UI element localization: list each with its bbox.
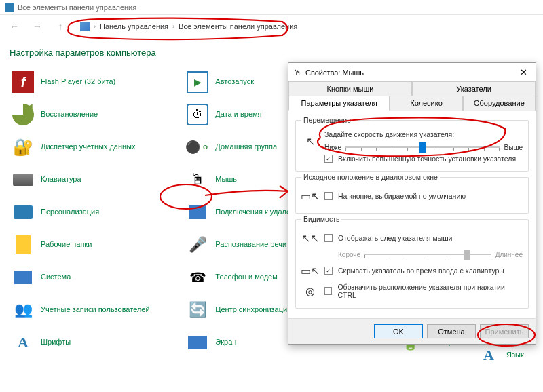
sync-icon: 🔄 xyxy=(187,299,208,321)
window-titlebar: Все элементы панели управления xyxy=(0,0,543,15)
hide-typing-checkbox[interactable]: ✓ xyxy=(324,267,333,275)
chevron-right-icon: › xyxy=(94,23,96,30)
tab-row-top: Кнопки мыши Указатели xyxy=(288,81,536,96)
page-heading: Настройка параметров компьютера xyxy=(0,38,543,66)
flash-icon xyxy=(12,71,34,93)
tab-pointer-options[interactable]: Параметры указателя xyxy=(288,96,390,111)
item-keyboard[interactable]: Клавиатура xyxy=(10,163,184,196)
item-credentials[interactable]: 🔐Диспетчер учетных данных xyxy=(10,131,184,163)
trail-length-slider: Короче Длиннее xyxy=(338,250,523,259)
dialog-buttons: OK Отмена Применить xyxy=(288,318,536,344)
breadcrumb[interactable]: › Панель управления › Все элементы панел… xyxy=(76,20,536,33)
snapto-label: На кнопке, выбираемой по умолчанию xyxy=(338,192,466,200)
apply-button[interactable]: Применить xyxy=(480,324,529,338)
group-title: Видимость xyxy=(301,215,341,223)
mouse-icon: 🖱 xyxy=(187,169,208,191)
control-panel-icon xyxy=(80,22,90,31)
item-label: Дата и время xyxy=(215,110,261,119)
item-label: Учетные записи пользователей xyxy=(41,305,150,315)
autorun-icon xyxy=(187,71,208,93)
remote-icon xyxy=(187,201,208,223)
item-label: Центр синхронизаци xyxy=(215,305,287,315)
crumb-all-items[interactable]: Все элементы панели управления xyxy=(179,22,297,31)
safe-icon: 🔐 xyxy=(12,136,34,158)
hide-typing-label: Скрывать указатель во время ввода с клав… xyxy=(338,267,504,275)
slider-high-label: Выше xyxy=(504,144,523,151)
item-label: Система xyxy=(41,273,71,282)
phone-icon: ☎ xyxy=(187,267,208,288)
item-workfolders[interactable]: Рабочие папки xyxy=(10,229,184,261)
group-title: Исходное положение в диалоговом окне xyxy=(301,173,440,181)
back-button[interactable]: ← xyxy=(7,19,22,34)
dialog-title: Свойства: Мышь xyxy=(305,68,364,77)
group-snapto: Исходное положение в диалоговом окне ▭↖ … xyxy=(295,177,529,214)
slider-low-label: Ниже xyxy=(324,144,341,151)
folder-icon xyxy=(12,234,34,256)
trail-icon: ↖↖ xyxy=(301,229,319,247)
item-flash-player[interactable]: Flash Player (32 бита) xyxy=(10,66,184,98)
tab-buttons[interactable]: Кнопки мыши xyxy=(288,81,412,96)
item-label: Распознавание речи xyxy=(215,240,286,250)
speed-label: Задайте скорость движения указателя: xyxy=(324,130,523,138)
tab-row-bottom: Параметры указателя Колесико Оборудовани… xyxy=(288,96,536,111)
clock-icon xyxy=(187,104,208,125)
homegroup-icon: ⚫⚬ xyxy=(187,136,208,158)
system-icon xyxy=(12,267,34,288)
ctrl-locate-checkbox[interactable] xyxy=(324,287,333,295)
users-icon: 👥 xyxy=(12,299,34,321)
ctrl-locate-icon: ◎ xyxy=(301,282,319,300)
item-restore[interactable]: Восстановление xyxy=(10,98,184,131)
item-label: Flash Player (32 бита) xyxy=(41,77,115,87)
enhance-precision-checkbox[interactable]: ✓ xyxy=(324,155,333,163)
item-personalization[interactable]: Персонализация xyxy=(10,196,184,229)
item-label: Телефон и модем xyxy=(215,273,277,282)
fonts-icon: A xyxy=(12,332,34,353)
forward-button[interactable]: → xyxy=(30,19,45,34)
slider-short-label: Короче xyxy=(338,251,360,258)
item-fonts[interactable]: AШрифты xyxy=(10,326,184,359)
close-icon[interactable]: ✕ xyxy=(517,67,530,77)
pointer-trail-checkbox[interactable] xyxy=(324,234,333,242)
tab-hardware[interactable]: Оборудование xyxy=(463,96,536,111)
mic-icon: 🎤 xyxy=(187,234,208,256)
item-label: Персонализация xyxy=(41,208,99,217)
crumb-control-panel[interactable]: Панель управления xyxy=(100,22,168,31)
cancel-button[interactable]: Отмена xyxy=(427,324,476,338)
item-label: Восстановление xyxy=(41,110,98,119)
tab-wheel[interactable]: Колесико xyxy=(390,96,462,111)
ctrl-locate-label: Обозначить расположение указателя при на… xyxy=(337,283,523,299)
item-users[interactable]: 👥Учетные записи пользователей xyxy=(10,294,184,326)
pointer-speed-slider[interactable]: Ниже Выше xyxy=(324,142,523,152)
item-label: Клавиатура xyxy=(41,175,81,184)
item-label: Мышь xyxy=(215,175,237,184)
ok-button[interactable]: OK xyxy=(374,324,423,338)
control-panel-icon xyxy=(5,3,14,12)
keyboard-icon xyxy=(12,169,34,191)
enhance-precision-label: Включить повышенную точность установки у… xyxy=(338,155,516,163)
pointer-trail-label: Отображать след указателя мыши xyxy=(338,234,452,242)
tab-body: Перемещение ↖ Задайте скорость движения … xyxy=(288,111,536,318)
dialog-titlebar[interactable]: 🖱 Свойства: Мышь ✕ xyxy=(288,63,536,81)
mouse-icon: 🖱 xyxy=(294,68,301,77)
item-label: Экран xyxy=(215,338,236,347)
item-label: Шрифты xyxy=(41,338,71,347)
group-title: Перемещение xyxy=(301,116,353,124)
slider-long-label: Длиннее xyxy=(495,251,523,258)
restore-icon xyxy=(12,104,34,125)
tab-pointers[interactable]: Указатели xyxy=(412,81,536,96)
screen-icon xyxy=(187,332,208,353)
group-visibility: Видимость ↖↖ Отображать след указателя м… xyxy=(295,219,529,309)
item-label: Рабочие папки xyxy=(41,240,92,250)
pointer-icon: ↖ xyxy=(301,132,319,150)
nav-bar: ← → ↑ › Панель управления › Все элементы… xyxy=(0,15,543,38)
up-button[interactable]: ↑ xyxy=(53,19,68,34)
item-label: Домашняя группа xyxy=(215,142,277,152)
mouse-properties-dialog: 🖱 Свойства: Мышь ✕ Кнопки мыши Указатели… xyxy=(288,62,536,345)
item-system[interactable]: Система xyxy=(10,261,184,294)
group-motion: Перемещение ↖ Задайте скорость движения … xyxy=(295,120,529,172)
language-icon: A xyxy=(478,345,500,366)
item-label: Диспетчер учетных данных xyxy=(41,142,136,152)
window-title: Все элементы панели управления xyxy=(18,3,136,12)
snapto-checkbox[interactable] xyxy=(324,192,333,200)
item-label: Автозапуск xyxy=(215,77,254,87)
